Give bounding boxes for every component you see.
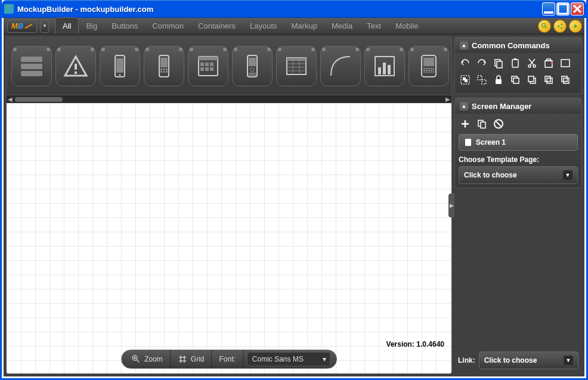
add-screen-button[interactable] [459,117,472,130]
paste-button[interactable] [509,57,522,70]
svg-rect-65 [545,61,552,67]
svg-rect-8 [21,71,42,76]
send-backward-button[interactable] [525,73,539,86]
copy-button[interactable] [492,57,505,70]
redo-button[interactable] [475,57,488,70]
canvas-area: Version: 1.0.4640 Zoom Grid Font: Comic … [7,103,451,373]
tab-all[interactable]: All [55,17,79,34]
svg-rect-74 [513,78,519,83]
chevron-down-icon: ▼ [564,356,573,365]
window-title: MockupBuilder - mockupbuilder.com [17,5,542,14]
stencil-blackberry[interactable] [408,46,449,86]
minimize-button[interactable] [542,2,555,15]
design-canvas[interactable] [7,103,451,373]
svg-rect-23 [199,57,218,60]
stencil-bar-chart[interactable] [364,46,405,86]
svg-rect-27 [200,67,204,71]
category-tabs: All Big Buttons Common Containers Layout… [55,18,425,34]
delete-button[interactable] [542,57,555,70]
scroll-thumb[interactable] [15,97,63,102]
bring-front-button[interactable] [559,73,572,86]
tab-media[interactable]: Media [324,18,360,34]
svg-rect-46 [431,68,432,69]
svg-rect-33 [249,73,256,74]
link-row: Link: Click to choose ▼ [454,347,582,374]
stencil-smartphone-keys[interactable] [144,46,184,86]
chevron-down-icon: ▼ [563,170,572,180]
version-text: Version: 1.0.4640 [386,340,444,348]
tab-text[interactable]: Text [360,18,388,34]
lock-button[interactable] [492,73,505,86]
svg-rect-52 [433,70,434,71]
svg-rect-6 [21,57,42,62]
zoom-button[interactable]: Zoom [124,350,171,368]
grid-button[interactable]: Grid [171,350,212,368]
duplicate-screen-button[interactable] [475,117,488,130]
svg-rect-39 [383,63,386,74]
search-button[interactable] [538,20,551,33]
panel-splitter[interactable]: ▶ [448,194,454,217]
stencil-alert[interactable] [55,46,96,86]
bring-forward-button[interactable] [542,73,555,86]
svg-rect-1 [558,4,568,14]
ungroup-button[interactable] [475,73,488,86]
svg-rect-79 [564,78,569,83]
svg-point-2 [542,23,546,27]
common-commands-header[interactable]: ▲Common Commands [455,38,581,53]
tab-containers[interactable]: Containers [191,18,243,34]
group-button[interactable] [459,73,472,86]
svg-rect-12 [116,58,123,73]
svg-point-13 [119,74,121,76]
pencil-icon [25,23,33,29]
svg-rect-69 [465,79,468,82]
screen-item[interactable]: Screen 1 [459,134,578,151]
tab-common[interactable]: Common [145,18,191,34]
stencil-feature-phone[interactable] [232,46,273,86]
link-dropdown[interactable]: Click to choose ▼ [479,351,578,369]
stencil-scrollbar[interactable]: ◀ ▶ [7,95,451,103]
svg-rect-45 [428,68,430,69]
delete-screen-button[interactable] [492,117,505,130]
svg-rect-10 [75,71,77,74]
share-button[interactable] [553,20,567,33]
svg-rect-77 [545,76,550,82]
tab-layouts[interactable]: Layouts [243,18,284,34]
tab-markup[interactable]: Markup [284,18,324,34]
scroll-right-icon[interactable]: ▶ [444,96,451,102]
svg-rect-47 [433,68,434,69]
svg-rect-9 [75,64,77,70]
svg-rect-57 [433,71,434,73]
stencil-table[interactable] [276,46,317,86]
common-commands-panel: ▲Common Commands [454,37,582,94]
chevron-up-icon: ▲ [460,102,468,110]
font-select[interactable]: Comic Sans MS [247,352,330,366]
link-label: Link: [458,356,475,365]
stencil-window-grid[interactable] [188,46,228,86]
svg-rect-7 [21,64,42,69]
send-back-button[interactable] [509,73,522,86]
stencil-curve[interactable] [320,46,361,86]
stencil-smartphone[interactable] [100,46,140,86]
close-button[interactable] [571,2,584,15]
svg-rect-21 [166,71,168,73]
play-button[interactable] [569,20,582,33]
template-dropdown[interactable]: Click to choose ▼ [459,166,578,184]
tab-big[interactable]: Big [79,18,104,34]
svg-rect-54 [426,71,428,73]
logo[interactable]: MB [7,20,37,33]
cut-button[interactable] [525,57,539,70]
undo-button[interactable] [459,57,472,70]
logo-dropdown[interactable]: ▼ [41,20,49,33]
svg-rect-0 [544,11,553,14]
svg-rect-56 [431,71,432,73]
maximize-button[interactable] [556,2,570,15]
more-button[interactable] [559,57,572,70]
tab-buttons[interactable]: Buttons [104,18,145,34]
svg-rect-71 [482,80,486,84]
left-area: One > Two ◀ ▶ Version: 1.0.4640 Zoom Gri… [6,37,452,374]
svg-rect-34 [249,74,256,76]
scroll-left-icon[interactable]: ◀ [7,96,14,102]
screen-manager-header[interactable]: ▲Screen Manager [455,98,581,114]
tab-mobile[interactable]: Mobile [388,18,425,34]
stencil-accordion[interactable] [11,46,52,86]
